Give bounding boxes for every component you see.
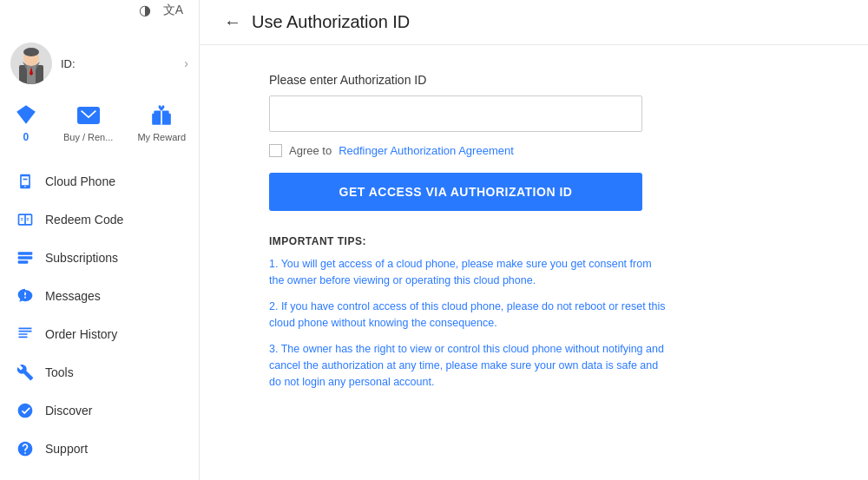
sidebar-item-tools[interactable]: Tools	[0, 353, 199, 391]
sidebar: ◑ 文A ID: ›	[0, 0, 200, 480]
redeem-code-icon	[16, 210, 35, 229]
sidebar-item-label-discover: Discover	[45, 404, 92, 418]
profile-chevron-icon: ›	[184, 56, 188, 70]
tips-title: IMPORTANT TIPS:	[269, 235, 668, 247]
tip-item-3: 3. The owner has the right to view or co…	[269, 341, 668, 391]
agree-row: Agree to Redfinger Authorization Agreeme…	[269, 144, 799, 157]
sidebar-nav: Cloud Phone Redeem Code Subscriptions Me…	[0, 162, 199, 480]
order-history-icon	[16, 325, 35, 344]
buy-action[interactable]: Buy / Ren...	[63, 102, 113, 142]
sidebar-item-label-tools: Tools	[45, 365, 74, 379]
tip-item-2: 2. If you have control access of this cl…	[269, 299, 668, 332]
gift-icon	[148, 102, 174, 128]
avatar	[10, 43, 52, 84]
authorization-id-input[interactable]	[269, 95, 642, 132]
svg-rect-14	[18, 260, 29, 263]
sidebar-item-messages[interactable]: Messages	[0, 277, 199, 315]
sidebar-item-discover[interactable]: Discover	[0, 391, 199, 430]
diamond-icon	[13, 102, 39, 128]
input-label: Please enter Authorization ID	[269, 73, 799, 87]
svg-point-5	[23, 48, 39, 56]
main-header: ← Use Authorization ID	[200, 0, 868, 45]
profile-area[interactable]: ID: ›	[0, 27, 199, 95]
cloud-phone-icon	[16, 172, 35, 191]
contrast-icon-button[interactable]: ◑	[137, 0, 153, 20]
sidebar-item-label-redeem-code: Redeem Code	[45, 213, 123, 227]
points-value: 0	[23, 131, 30, 143]
quick-actions: 0 Buy / Ren...	[0, 95, 199, 155]
support-icon	[16, 439, 35, 458]
envelope-icon	[76, 102, 102, 128]
svg-rect-12	[18, 252, 33, 254]
profile-id: ID:	[61, 57, 175, 70]
points-action[interactable]: 0	[13, 102, 39, 143]
messages-icon	[16, 286, 35, 306]
back-arrow-icon: ←	[224, 12, 241, 32]
agree-checkbox[interactable]	[269, 144, 282, 157]
svg-rect-13	[18, 256, 33, 259]
translate-icon-button[interactable]: 文A	[161, 1, 185, 20]
top-icons-row: ◑ 文A	[0, 0, 199, 27]
sidebar-item-sign-out[interactable]: Sign Out	[0, 468, 199, 480]
sidebar-item-label-messages: Messages	[45, 289, 101, 303]
sidebar-item-order-history[interactable]: Order History	[0, 315, 199, 353]
reward-action[interactable]: My Reward	[137, 102, 186, 142]
get-access-button[interactable]: GET ACCESS VIA AUTHORIZATION ID	[269, 173, 642, 211]
sidebar-item-support[interactable]: Support	[0, 430, 199, 468]
sidebar-item-label-support: Support	[45, 442, 88, 456]
sidebar-item-label-subscriptions: Subscriptions	[45, 251, 118, 265]
main-content: ← Use Authorization ID Please enter Auth…	[200, 0, 868, 480]
tools-icon	[16, 363, 35, 382]
page-title: Use Authorization ID	[252, 12, 410, 32]
reward-label: My Reward	[137, 132, 186, 142]
discover-icon	[16, 401, 35, 420]
agree-text: Agree to	[289, 144, 332, 157]
tip-item-1: 1. You will get access of a cloud phone,…	[269, 256, 668, 290]
important-tips: IMPORTANT TIPS: 1. You will get access o…	[269, 235, 668, 391]
sidebar-item-subscriptions[interactable]: Subscriptions	[0, 239, 199, 277]
agree-link[interactable]: Redfinger Authorization Agreement	[339, 144, 514, 157]
sidebar-item-label-order-history: Order History	[45, 327, 117, 341]
buy-label: Buy / Ren...	[63, 132, 113, 142]
sidebar-item-cloud-phone[interactable]: Cloud Phone	[0, 162, 199, 201]
content-area: Please enter Authorization ID Agree to R…	[200, 45, 868, 480]
back-button[interactable]: ←	[224, 12, 241, 32]
subscriptions-icon	[16, 248, 35, 267]
sidebar-item-label-cloud-phone: Cloud Phone	[45, 174, 115, 188]
sidebar-item-redeem-code[interactable]: Redeem Code	[0, 201, 199, 239]
